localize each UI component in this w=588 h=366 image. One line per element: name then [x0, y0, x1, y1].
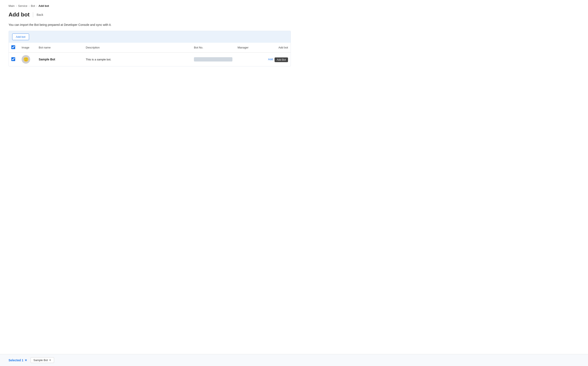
row-checkbox-cell [9, 53, 19, 66]
page-wrapper: Main › Service › Bot › Add bot Add bot B… [0, 0, 299, 71]
row-image-cell: 🙂 [19, 53, 36, 66]
row-manager-cell [235, 53, 265, 66]
breadcrumb-service[interactable]: Service [18, 4, 27, 8]
col-header-botname: Bot name [36, 43, 83, 53]
col-header-image: Image [19, 43, 36, 53]
page-title: Add bot [8, 11, 30, 18]
breadcrumb-sep-2: › [29, 4, 30, 8]
add-bot-row-link[interactable]: Add [268, 58, 273, 61]
col-header-description: Description [83, 43, 191, 53]
bot-no-placeholder [194, 57, 232, 61]
row-description-cell: This is a sample bot. [83, 53, 191, 66]
bots-table: Image Bot name Description Bot No. Manag… [9, 43, 291, 66]
breadcrumb-sep-1: › [16, 4, 17, 8]
breadcrumb-bot[interactable]: Bot [31, 4, 35, 8]
bot-description-text: This is a sample bot. [86, 58, 111, 61]
col-header-manager: Manager [235, 43, 265, 53]
page-description: You can import the Bot being prepared at… [8, 23, 291, 26]
add-bot-toolbar-button[interactable]: Add bot [12, 33, 29, 40]
select-all-checkbox[interactable] [11, 45, 15, 49]
row-checkbox[interactable] [11, 57, 15, 61]
table-header-row: Image Bot name Description Bot No. Manag… [9, 43, 291, 53]
breadcrumb: Main › Service › Bot › Add bot [8, 4, 291, 8]
bot-name-text: Sample Bot [39, 58, 55, 61]
col-header-checkbox [9, 43, 19, 53]
breadcrumb-sep-3: › [36, 4, 37, 8]
breadcrumb-current: Add bot [39, 4, 49, 8]
avatar-icon: 🙂 [23, 57, 29, 62]
avatar: 🙂 [22, 55, 30, 64]
table-container: Add bot Image Bot name Description Bot N… [8, 31, 291, 66]
page-header: Add bot Back [8, 11, 291, 18]
breadcrumb-main[interactable]: Main [8, 4, 15, 8]
header-divider [33, 12, 33, 17]
table-toolbar: Add bot [9, 31, 291, 43]
row-addbot-cell: Add Add Bot [265, 53, 291, 66]
col-header-botno: Bot No. [191, 43, 235, 53]
row-botno-cell [191, 53, 235, 66]
back-button[interactable]: Back [37, 13, 43, 16]
row-botname-cell: Sample Bot [36, 53, 83, 66]
col-header-addbot: Add bot [265, 43, 291, 53]
add-bot-tooltip: Add Bot [275, 57, 288, 62]
table-row: 🙂 Sample Bot This is a sample bot. [9, 53, 291, 66]
